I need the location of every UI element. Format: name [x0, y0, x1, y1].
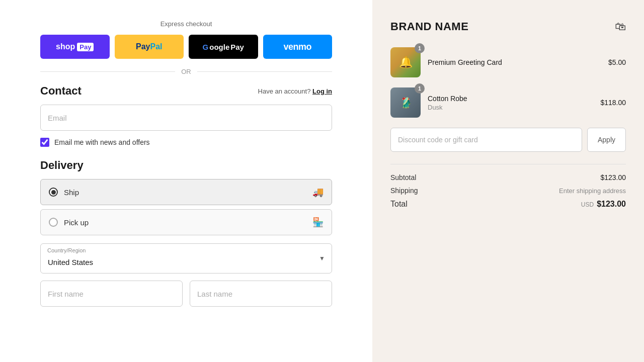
checkout-left-panel: Express checkout shopPay PayPal Google P…: [0, 0, 372, 362]
ship-option[interactable]: Ship 🚚: [40, 179, 332, 205]
or-label: OR: [181, 68, 191, 75]
shipping-label: Shipping: [390, 187, 418, 195]
paypal-logo: PayPal: [136, 42, 162, 51]
item-name-2: Cotton Robe: [428, 95, 593, 103]
totals-section: Subtotal $123.00 Shipping Enter shipping…: [390, 164, 626, 209]
total-row: Total USD$123.00: [390, 200, 626, 209]
email-field[interactable]: [40, 105, 332, 131]
total-value: $123.00: [597, 200, 626, 208]
shopping-bag-icon[interactable]: 🛍: [615, 20, 626, 33]
have-account-text: Have an account?: [258, 87, 311, 95]
googlepay-button[interactable]: Google Pay: [189, 35, 258, 59]
subtotal-row: Subtotal $123.00: [390, 173, 626, 182]
store-icon: 🏪: [312, 217, 324, 228]
venmo-button[interactable]: venmo: [263, 35, 333, 59]
pickup-option[interactable]: Pick up 🏪: [40, 209, 332, 235]
or-divider: OR: [40, 68, 332, 75]
login-text: Have an account? Log in: [258, 87, 332, 95]
ship-radio: [49, 188, 58, 197]
newsletter-checkbox[interactable]: [40, 138, 49, 147]
item-badge-2: 1: [415, 83, 425, 94]
country-select[interactable]: United States: [40, 243, 332, 274]
item-badge-1: 1: [415, 43, 425, 53]
discount-input[interactable]: [390, 128, 582, 152]
ship-option-left: Ship: [49, 188, 79, 197]
country-select-wrapper: Country/Region United States ▼: [40, 243, 332, 274]
express-checkout-label: Express checkout: [40, 20, 332, 28]
contact-heading: Contact: [40, 84, 82, 98]
newsletter-checkbox-row: Email me with news and offers: [40, 138, 332, 147]
newsletter-label: Email me with news and offers: [54, 138, 150, 146]
login-link[interactable]: Log in: [312, 87, 332, 95]
total-label: Total: [390, 200, 408, 209]
first-name-field[interactable]: [40, 281, 183, 307]
pickup-option-left: Pick up: [49, 218, 89, 227]
shipping-row: Shipping Enter shipping address: [390, 187, 626, 195]
apply-button[interactable]: Apply: [587, 128, 626, 152]
subtotal-label: Subtotal: [390, 173, 416, 182]
venmo-logo: venmo: [283, 42, 311, 52]
delivery-heading: Delivery: [40, 159, 332, 172]
paypal-button[interactable]: PayPal: [115, 35, 184, 59]
item-variant-2: Dusk: [428, 104, 593, 111]
truck-icon: 🚚: [312, 187, 324, 198]
last-name-field[interactable]: [190, 281, 332, 307]
order-summary-panel: BRAND NAME 🛍 🔔 1 Premium Greeting Card $…: [372, 0, 644, 362]
shipping-note: Enter shipping address: [559, 187, 626, 195]
item-name-1: Premium Greeting Card: [428, 58, 601, 66]
item-price-2: $118.00: [600, 99, 626, 107]
item-details-1: Premium Greeting Card: [428, 58, 601, 66]
item-image-wrap-2: 🥻 1: [390, 87, 421, 118]
pickup-radio: [49, 218, 58, 227]
ship-label: Ship: [64, 188, 79, 197]
name-fields-row: [40, 281, 332, 307]
googlepay-logo: Google Pay: [203, 43, 244, 51]
brand-name: BRAND NAME: [390, 20, 468, 33]
subtotal-value: $123.00: [600, 173, 626, 182]
delivery-section: Delivery Ship 🚚 Pick up 🏪 Country/Region…: [40, 159, 332, 307]
contact-header: Contact Have an account? Log in: [40, 84, 332, 98]
shoppay-button[interactable]: shopPay: [40, 35, 110, 59]
express-buttons-row: shopPay PayPal Google Pay venmo: [40, 35, 332, 59]
pickup-label: Pick up: [64, 218, 89, 227]
order-item: 🔔 1 Premium Greeting Card $5.00: [390, 47, 626, 77]
discount-row: Apply: [390, 128, 626, 152]
shoppay-logo: shopPay: [56, 42, 94, 51]
item-details-2: Cotton Robe Dusk: [428, 95, 593, 111]
item-image-wrap-1: 🔔 1: [390, 47, 421, 77]
brand-header: BRAND NAME 🛍: [390, 20, 626, 33]
item-price-1: $5.00: [608, 58, 626, 66]
total-amount-group: USD$123.00: [581, 200, 626, 209]
order-item-2: 🥻 1 Cotton Robe Dusk $118.00: [390, 87, 626, 118]
total-currency: USD: [581, 201, 594, 208]
